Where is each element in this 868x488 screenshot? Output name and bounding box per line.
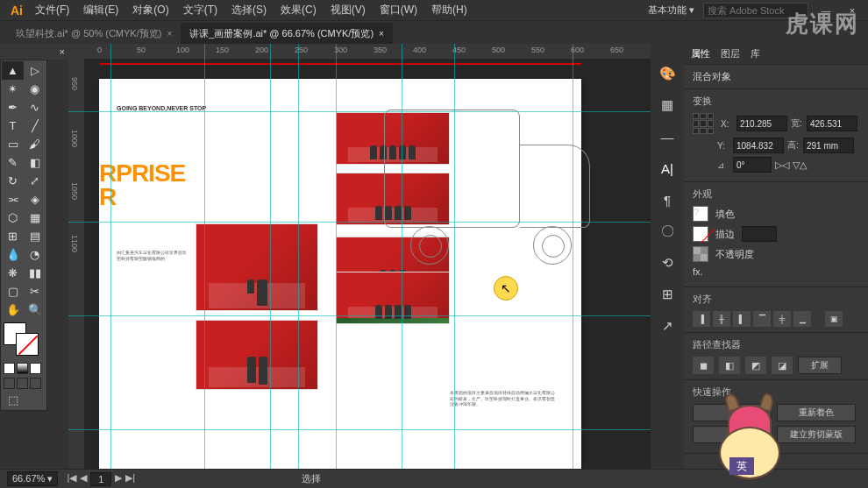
draw-inside[interactable] [30, 378, 41, 389]
shaper-tool[interactable]: ✎ [2, 153, 24, 172]
shape-builder-tool[interactable]: ⬡ [2, 209, 24, 227]
eyedropper-tool[interactable]: 💧 [2, 245, 24, 264]
pf-intersect[interactable]: ◩ [745, 357, 766, 374]
next-artboard[interactable]: ▶ [115, 472, 122, 486]
column-graph-tool[interactable]: ▮▮ [24, 264, 46, 282]
truck-illustration[interactable] [384, 110, 594, 245]
canvas-area[interactable]: 0 50 100 150 200 250 300 350 400 450 500… [68, 44, 651, 469]
first-artboard[interactable]: |◀ [67, 472, 76, 486]
expand-button[interactable]: 扩展 [798, 357, 842, 374]
panel-tab-properties[interactable]: 属性 [691, 47, 710, 60]
guide[interactable] [68, 222, 651, 223]
paragraph-panel-icon[interactable]: ¶ [654, 187, 680, 212]
menu-file[interactable]: 文件(F) [30, 1, 75, 19]
y-input[interactable] [733, 138, 784, 153]
flip-h-icon[interactable]: ▷◁ [775, 159, 789, 171]
height-input[interactable] [803, 138, 854, 153]
ruler-vertical[interactable]: 950 1000 1050 1100 [68, 60, 84, 469]
tab-doc-1[interactable]: 玖望科技.ai* @ 50% (CMYK/预览) × [7, 23, 181, 44]
menu-help[interactable]: 帮助(H) [426, 1, 473, 19]
none-swatch[interactable] [30, 363, 41, 374]
stroke-weight-input[interactable] [742, 226, 777, 242]
gradient-tool[interactable]: ▤ [24, 227, 46, 245]
character-panel-icon[interactable]: A| [654, 156, 680, 180]
menu-object[interactable]: 对象(O) [127, 1, 174, 19]
selection-tool[interactable]: ▲ [2, 61, 24, 80]
align-vcenter[interactable]: ╪ [773, 311, 791, 327]
guide[interactable] [68, 111, 651, 112]
opacity-swatch[interactable] [693, 246, 708, 262]
panel-close-icon[interactable]: × [60, 46, 65, 57]
guide[interactable] [402, 44, 402, 469]
prev-artboard[interactable]: ◀ [80, 472, 87, 486]
perspective-tool[interactable]: ▦ [24, 209, 46, 227]
stroke-panel-icon[interactable]: 〇 [654, 219, 680, 244]
fill-stroke-swatch[interactable] [2, 322, 46, 357]
free-transform-tool[interactable]: ◈ [24, 190, 46, 209]
symbol-sprayer-tool[interactable]: ❋ [2, 264, 24, 282]
tab-doc-2[interactable]: 讲课_画册案例.ai* @ 66.67% (CMYK/预览) × [181, 23, 393, 44]
menu-effect[interactable]: 效果(C) [275, 1, 322, 19]
ruler-origin[interactable] [68, 44, 84, 60]
menu-edit[interactable]: 编辑(E) [78, 1, 124, 19]
hand-tool[interactable]: ✋ [2, 301, 24, 319]
guide[interactable] [68, 315, 651, 316]
width-tool[interactable]: ⫘ [2, 190, 24, 209]
paintbrush-tool[interactable]: 🖌 [24, 135, 46, 153]
flip-v-icon[interactable]: ▽△ [793, 159, 807, 171]
ime-badge[interactable]: 英 [729, 457, 754, 475]
lasso-tool[interactable]: ◉ [24, 80, 46, 98]
guide[interactable] [110, 44, 111, 469]
fx-label[interactable]: fx. [693, 266, 703, 277]
x-input[interactable] [736, 116, 787, 131]
align-hcenter[interactable]: ╫ [713, 311, 730, 327]
align-to[interactable]: ▣ [825, 311, 843, 327]
symbols-panel-icon[interactable]: ⟲ [654, 251, 680, 275]
slice-tool[interactable]: ✂ [24, 282, 46, 301]
guide[interactable] [270, 44, 271, 469]
artboard-number[interactable]: 1 [90, 472, 111, 486]
line-tool[interactable]: ╱ [24, 117, 46, 135]
draw-normal[interactable] [4, 378, 15, 389]
zoom-level[interactable]: 66.67% ▾ [7, 471, 58, 486]
guide[interactable] [68, 429, 651, 430]
pf-minus[interactable]: ◧ [719, 357, 740, 374]
guide[interactable] [298, 44, 299, 469]
guide[interactable] [204, 44, 205, 469]
brushes-panel-icon[interactable]: — [654, 124, 680, 149]
workspace-switcher[interactable]: 基本功能 ▾ [648, 4, 694, 17]
magic-wand-tool[interactable]: ✴ [2, 80, 24, 98]
close-icon[interactable]: × [167, 29, 172, 39]
align-left[interactable]: ▐ [693, 311, 710, 327]
fill-swatch[interactable]: ? [693, 206, 708, 222]
align-top[interactable]: ▔ [753, 311, 771, 327]
placed-image[interactable] [336, 272, 450, 324]
gradient-swatch[interactable] [17, 363, 28, 374]
close-icon[interactable]: × [379, 29, 384, 39]
align-right[interactable]: ▌ [733, 311, 751, 327]
transform-panel-icon[interactable]: ⊞ [654, 282, 680, 307]
type-tool[interactable]: T [2, 117, 24, 135]
pf-exclude[interactable]: ◪ [772, 357, 793, 374]
eraser-tool[interactable]: ◧ [24, 153, 46, 172]
placed-image[interactable] [196, 320, 318, 390]
pen-tool[interactable]: ✒ [2, 98, 24, 117]
ruler-horizontal[interactable]: 0 50 100 150 200 250 300 350 400 450 500… [84, 44, 651, 60]
zoom-tool[interactable]: 🔍 [24, 301, 46, 319]
reference-point[interactable] [693, 113, 714, 134]
menu-window[interactable]: 窗口(W) [374, 1, 423, 19]
align-bottom[interactable]: ▁ [793, 311, 811, 327]
stroke-swatch[interactable] [693, 226, 708, 242]
width-input[interactable] [807, 116, 857, 131]
curvature-tool[interactable]: ∿ [24, 98, 46, 117]
rectangle-tool[interactable]: ▭ [2, 135, 24, 153]
guide[interactable] [336, 44, 337, 469]
menu-type[interactable]: 文字(T) [178, 1, 223, 19]
mesh-tool[interactable]: ⊞ [2, 227, 24, 245]
export-panel-icon[interactable]: ↗ [654, 314, 680, 338]
guide[interactable] [454, 44, 455, 469]
panel-tab-layers[interactable]: 图层 [721, 47, 740, 60]
menu-select[interactable]: 选择(S) [226, 1, 272, 19]
blend-tool[interactable]: ◔ [24, 245, 46, 264]
last-artboard[interactable]: ▶| [125, 472, 135, 486]
